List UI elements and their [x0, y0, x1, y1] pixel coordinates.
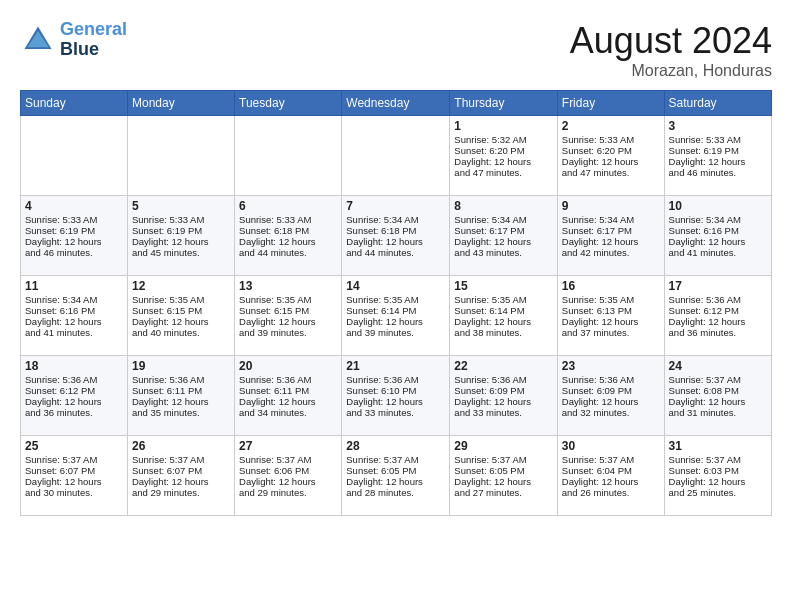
day-content: Sunset: 6:07 PM	[132, 465, 230, 476]
day-content: Sunrise: 5:35 AM	[346, 294, 445, 305]
day-content: Sunset: 6:20 PM	[454, 145, 552, 156]
day-content: Daylight: 12 hours	[562, 316, 660, 327]
day-number: 7	[346, 199, 445, 213]
day-number: 23	[562, 359, 660, 373]
day-content: Sunset: 6:14 PM	[454, 305, 552, 316]
day-content: and 45 minutes.	[132, 247, 230, 258]
day-content: and 47 minutes.	[454, 167, 552, 178]
day-content: Sunset: 6:15 PM	[132, 305, 230, 316]
day-content: Sunrise: 5:37 AM	[239, 454, 337, 465]
day-content: Sunrise: 5:37 AM	[132, 454, 230, 465]
day-content: and 30 minutes.	[25, 487, 123, 498]
day-content: and 44 minutes.	[239, 247, 337, 258]
day-content: and 46 minutes.	[669, 167, 767, 178]
day-content: Daylight: 12 hours	[562, 476, 660, 487]
day-content: and 41 minutes.	[25, 327, 123, 338]
day-content: Sunrise: 5:37 AM	[346, 454, 445, 465]
day-content: Daylight: 12 hours	[669, 236, 767, 247]
day-content: and 39 minutes.	[239, 327, 337, 338]
day-content: Daylight: 12 hours	[669, 476, 767, 487]
day-content: and 33 minutes.	[454, 407, 552, 418]
calendar-cell: 28Sunrise: 5:37 AMSunset: 6:05 PMDayligh…	[342, 436, 450, 516]
day-content: Sunset: 6:19 PM	[132, 225, 230, 236]
day-content: Sunrise: 5:36 AM	[669, 294, 767, 305]
logo-text: General Blue	[60, 20, 127, 60]
day-number: 29	[454, 439, 552, 453]
day-number: 22	[454, 359, 552, 373]
day-content: and 39 minutes.	[346, 327, 445, 338]
day-content: and 47 minutes.	[562, 167, 660, 178]
calendar-cell	[127, 116, 234, 196]
day-content: Daylight: 12 hours	[454, 396, 552, 407]
calendar-cell: 30Sunrise: 5:37 AMSunset: 6:04 PMDayligh…	[557, 436, 664, 516]
day-content: Daylight: 12 hours	[132, 236, 230, 247]
day-number: 2	[562, 119, 660, 133]
day-content: Daylight: 12 hours	[132, 476, 230, 487]
day-content: Daylight: 12 hours	[239, 476, 337, 487]
day-content: Sunset: 6:09 PM	[454, 385, 552, 396]
day-content: Sunrise: 5:36 AM	[239, 374, 337, 385]
day-number: 10	[669, 199, 767, 213]
day-content: and 32 minutes.	[562, 407, 660, 418]
day-content: Sunrise: 5:35 AM	[562, 294, 660, 305]
day-content: Sunrise: 5:37 AM	[25, 454, 123, 465]
day-content: Sunset: 6:07 PM	[25, 465, 123, 476]
day-number: 27	[239, 439, 337, 453]
calendar-cell: 14Sunrise: 5:35 AMSunset: 6:14 PMDayligh…	[342, 276, 450, 356]
day-content: Sunset: 6:16 PM	[25, 305, 123, 316]
calendar-cell: 7Sunrise: 5:34 AMSunset: 6:18 PMDaylight…	[342, 196, 450, 276]
day-content: and 34 minutes.	[239, 407, 337, 418]
logo: General Blue	[20, 20, 127, 60]
logo-icon	[20, 22, 56, 58]
day-content: Sunset: 6:11 PM	[239, 385, 337, 396]
day-content: Daylight: 12 hours	[25, 236, 123, 247]
day-content: Sunset: 6:18 PM	[346, 225, 445, 236]
calendar-cell: 20Sunrise: 5:36 AMSunset: 6:11 PMDayligh…	[235, 356, 342, 436]
calendar-cell	[235, 116, 342, 196]
calendar-cell: 29Sunrise: 5:37 AMSunset: 6:05 PMDayligh…	[450, 436, 557, 516]
calendar-cell: 15Sunrise: 5:35 AMSunset: 6:14 PMDayligh…	[450, 276, 557, 356]
day-content: Daylight: 12 hours	[346, 476, 445, 487]
calendar-cell: 19Sunrise: 5:36 AMSunset: 6:11 PMDayligh…	[127, 356, 234, 436]
day-number: 20	[239, 359, 337, 373]
calendar-cell: 3Sunrise: 5:33 AMSunset: 6:19 PMDaylight…	[664, 116, 771, 196]
weekday-header-monday: Monday	[127, 91, 234, 116]
month-year: August 2024	[570, 20, 772, 62]
day-content: Sunset: 6:10 PM	[346, 385, 445, 396]
day-content: Sunset: 6:09 PM	[562, 385, 660, 396]
day-content: Daylight: 12 hours	[562, 236, 660, 247]
calendar-cell	[21, 116, 128, 196]
day-content: and 33 minutes.	[346, 407, 445, 418]
weekday-header-tuesday: Tuesday	[235, 91, 342, 116]
day-number: 3	[669, 119, 767, 133]
day-number: 19	[132, 359, 230, 373]
calendar-cell	[342, 116, 450, 196]
title-area: August 2024 Morazan, Honduras	[570, 20, 772, 80]
day-number: 6	[239, 199, 337, 213]
day-content: Sunrise: 5:33 AM	[25, 214, 123, 225]
day-content: and 28 minutes.	[346, 487, 445, 498]
day-content: Sunset: 6:17 PM	[562, 225, 660, 236]
day-content: Daylight: 12 hours	[669, 396, 767, 407]
day-content: and 36 minutes.	[669, 327, 767, 338]
day-content: and 29 minutes.	[239, 487, 337, 498]
day-content: Daylight: 12 hours	[669, 156, 767, 167]
day-content: Sunset: 6:19 PM	[669, 145, 767, 156]
location: Morazan, Honduras	[570, 62, 772, 80]
day-number: 25	[25, 439, 123, 453]
day-content: and 43 minutes.	[454, 247, 552, 258]
day-number: 4	[25, 199, 123, 213]
day-content: Daylight: 12 hours	[25, 316, 123, 327]
day-content: Daylight: 12 hours	[454, 476, 552, 487]
calendar-cell: 31Sunrise: 5:37 AMSunset: 6:03 PMDayligh…	[664, 436, 771, 516]
day-content: Daylight: 12 hours	[346, 396, 445, 407]
calendar-cell: 21Sunrise: 5:36 AMSunset: 6:10 PMDayligh…	[342, 356, 450, 436]
day-content: and 25 minutes.	[669, 487, 767, 498]
day-number: 17	[669, 279, 767, 293]
day-number: 1	[454, 119, 552, 133]
day-content: Sunset: 6:04 PM	[562, 465, 660, 476]
day-content: Sunset: 6:06 PM	[239, 465, 337, 476]
day-content: and 44 minutes.	[346, 247, 445, 258]
calendar-table: SundayMondayTuesdayWednesdayThursdayFrid…	[20, 90, 772, 516]
day-content: Daylight: 12 hours	[562, 156, 660, 167]
